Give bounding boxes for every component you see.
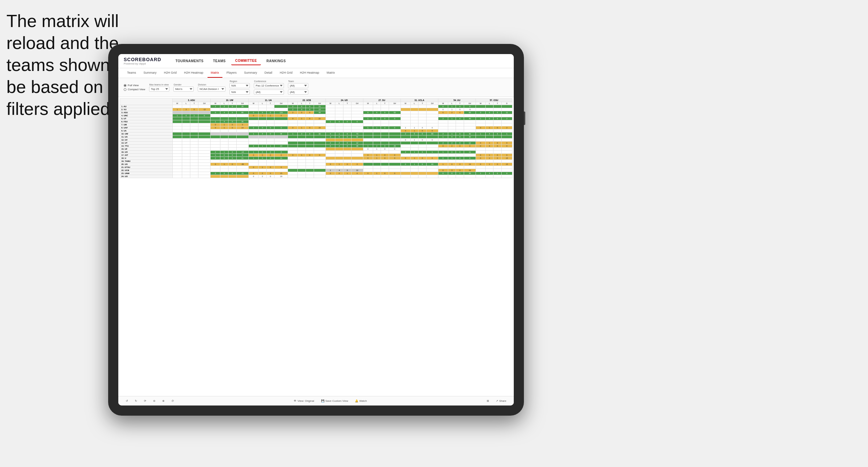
division-select[interactable]: NCAA Division I NCAA Division II NCAA Di… [198, 87, 225, 92]
matrix-cell: 4 [326, 132, 335, 136]
matrix-cell [448, 166, 456, 169]
matrix-cell: 1 [448, 108, 456, 111]
matrix-cell [190, 136, 198, 139]
matrix-cell: 0 [389, 126, 401, 129]
sub-nav-h2h-grid2[interactable]: H2H Grid [276, 68, 296, 78]
undo-button[interactable]: ↺ [124, 398, 130, 403]
matrix-cell [190, 151, 198, 154]
matrix-cell [335, 148, 343, 151]
matrix-cell [502, 151, 512, 154]
compact-view-radio[interactable]: Compact View [124, 88, 145, 91]
redo-button[interactable]: ↻ [133, 398, 139, 403]
matrix-cell: 0 [343, 136, 352, 139]
matrix-cell: -14 [236, 151, 249, 154]
conference-select[interactable]: Pac-12 Conference ACC SEC [254, 83, 284, 88]
max-teams-select[interactable]: Top 25 Top 50 All [149, 87, 169, 92]
matrix-cell [464, 175, 476, 178]
matrix-cell [373, 160, 381, 163]
matrix-cell [236, 175, 249, 178]
matrix-cell [274, 160, 288, 163]
matrix-cell: 29 [274, 175, 288, 178]
matrix-cell: 0 [493, 117, 502, 120]
matrix-cell: 0 [401, 157, 410, 160]
matrix-cell: 0 [220, 172, 228, 175]
matrix-cell [335, 157, 343, 160]
matrix-cell: 0 [456, 108, 464, 111]
team-select2[interactable]: (All) [288, 90, 308, 95]
matrix-cell [266, 139, 274, 142]
zoom-in-button[interactable]: ⊕ [160, 398, 167, 403]
timer-button[interactable]: ⏱ [169, 398, 176, 403]
matrix-cell: 0 [418, 126, 427, 129]
matrix-cell [314, 163, 326, 166]
watch-button[interactable]: 🔔 Watch [353, 398, 369, 403]
region-select2[interactable]: N/A [230, 90, 250, 95]
matrix-cell [351, 108, 363, 111]
matrix-cell [410, 169, 418, 172]
layout-button[interactable]: ⊞ [485, 398, 491, 403]
matrix-cell [190, 132, 198, 136]
col-uo: 24. UO [326, 99, 363, 102]
matrix-cell [485, 175, 493, 178]
nav-committee[interactable]: COMMITTEE [231, 57, 261, 65]
matrix-cell [288, 169, 298, 172]
sub-nav-detail[interactable]: Detail [261, 68, 276, 78]
matrix-cell: 2 [448, 111, 456, 114]
matrix-cell: 4 [485, 132, 493, 136]
matrix-cell: 0 [211, 111, 220, 114]
matrix-cell [306, 136, 314, 139]
matrix-cell: 0 [236, 154, 249, 157]
matrix-cell [249, 129, 259, 132]
matrix-cell [476, 136, 485, 139]
matrix-cell: 0 [381, 145, 389, 148]
matrix-cell [228, 117, 236, 120]
matrix-cell [220, 142, 228, 145]
reset-button[interactable]: ⟳ [142, 398, 148, 403]
matrix-cell: 0 [381, 172, 389, 175]
matrix-cell [373, 169, 381, 172]
matrix-area[interactable]: 3. ASU 10. UW 11. UA 22. UCB 24. UO 27. … [118, 97, 514, 396]
matrix-cell [335, 108, 343, 111]
sub-nav-summary2[interactable]: Summary [241, 68, 261, 78]
region-select[interactable]: N/A East West [230, 83, 250, 88]
matrix-cell [249, 123, 259, 126]
view-original-button[interactable]: 👁 View: Original [292, 398, 316, 403]
matrix-cell [418, 120, 427, 123]
matrix-cell [228, 136, 236, 139]
sub-nav-h2h-grid[interactable]: H2H Grid [161, 68, 180, 78]
nav-tournaments[interactable]: TOURNAMENTS [171, 57, 208, 65]
sub-nav-matrix2[interactable]: Matrix [323, 68, 338, 78]
team-name-cell: 5. UT [120, 117, 173, 120]
table-row: 6. FSU140351000 [120, 120, 512, 123]
tablet-power-button[interactable] [524, 112, 525, 125]
nav-rankings[interactable]: RANKINGS [262, 57, 290, 65]
sub-nav-players[interactable]: Players [223, 68, 240, 78]
matrix-cell [266, 117, 274, 120]
matrix-cell: 35 [236, 120, 249, 123]
matrix-cell: 11 [236, 157, 249, 160]
conference-select2[interactable]: (All) [254, 90, 284, 95]
sub-nav-teams[interactable]: Teams [124, 68, 140, 78]
team-select[interactable]: (All) [288, 83, 308, 88]
sub-nav-h2h-heatmap[interactable]: H2H Heatmap [181, 68, 207, 78]
matrix-cell [389, 114, 401, 117]
nav-teams[interactable]: TEAMS [209, 57, 230, 65]
sub-nav-h2h-heatmap2[interactable]: H2H Heatmap [296, 68, 322, 78]
matrix-cell [373, 142, 381, 145]
full-view-radio[interactable]: Full View [124, 84, 145, 87]
sub-nav-matrix[interactable]: Matrix [208, 68, 223, 78]
matrix-cell [343, 166, 352, 169]
share-button[interactable]: ↗ Share [494, 398, 508, 403]
matrix-cell: 44 [464, 169, 476, 172]
matrix-cell: -5 [464, 108, 476, 111]
matrix-cell: 0 [493, 163, 502, 166]
save-custom-button[interactable]: 💾 Save Custom View [319, 398, 350, 403]
sub-nav-summary[interactable]: Summary [140, 68, 160, 78]
matrix-cell [274, 169, 288, 172]
gender-select[interactable]: Men's Women's [173, 87, 194, 92]
matrix-cell: 0 [426, 157, 438, 160]
zoom-out-button[interactable]: ⊖ [151, 398, 158, 403]
matrix-cell [381, 160, 389, 163]
matrix-cell: 0 [493, 154, 502, 157]
toolbar-right: ⊞ ↗ Share [485, 398, 508, 403]
